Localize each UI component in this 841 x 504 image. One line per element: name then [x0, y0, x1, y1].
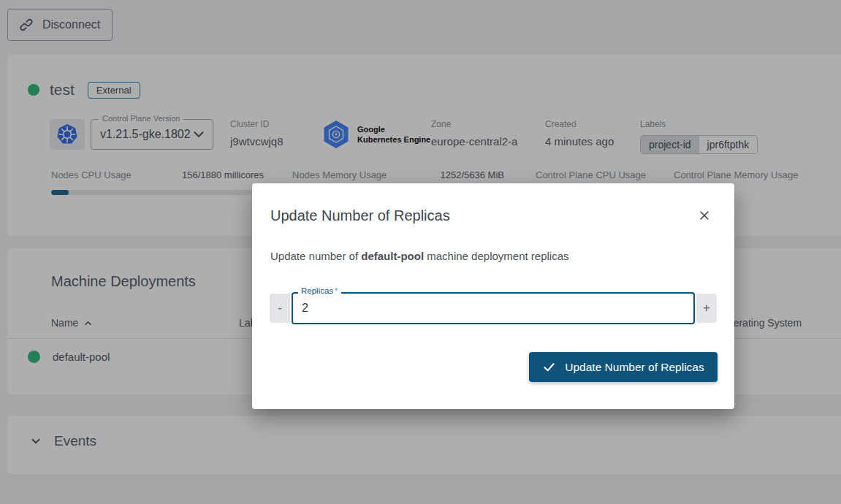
modal-description: Update number of default-pool machine de…	[270, 250, 569, 262]
screen: Disconnect test External	[0, 0, 841, 504]
submit-label: Update Number of Replicas	[565, 361, 704, 374]
replicas-field-label: Replicas*	[298, 286, 341, 295]
update-replicas-submit-button[interactable]: Update Number of Replicas	[529, 352, 718, 382]
replicas-field: Replicas*	[292, 292, 695, 324]
decrement-button[interactable]: -	[270, 294, 290, 323]
check-icon	[542, 360, 556, 374]
increment-button[interactable]: +	[696, 294, 717, 323]
replicas-stepper-row: - Replicas* +	[270, 291, 717, 326]
required-mark: *	[335, 286, 338, 295]
machine-deployment-name-bold: default-pool	[361, 250, 424, 262]
close-icon[interactable]	[694, 205, 715, 226]
modal-title: Update Number of Replicas	[270, 207, 450, 224]
replicas-input[interactable]	[292, 292, 695, 324]
update-replicas-modal: Update Number of Replicas Update number …	[252, 183, 734, 409]
